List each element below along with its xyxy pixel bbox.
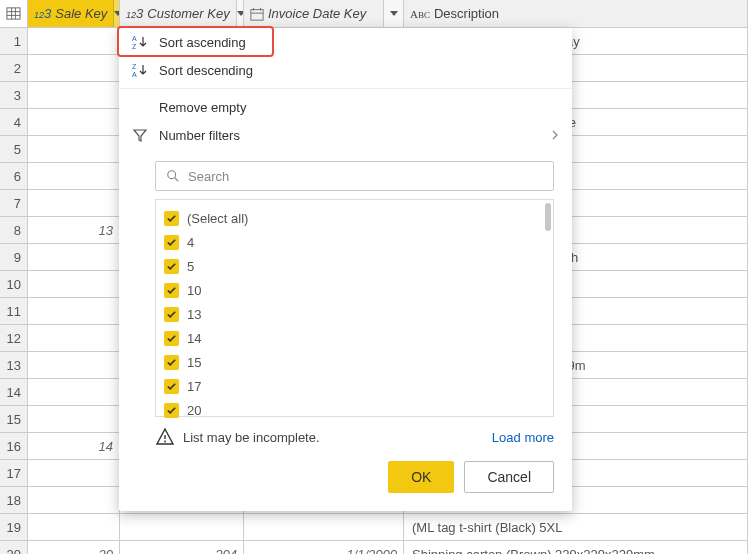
column-header-invoice-date[interactable]: Invoice Date Key — [244, 0, 404, 27]
filter-dropdown-sale[interactable] — [113, 0, 120, 27]
cell-sale[interactable] — [28, 352, 120, 378]
svg-text:Z: Z — [132, 43, 137, 50]
cell-sale[interactable] — [28, 163, 120, 189]
cell-sale[interactable] — [28, 460, 120, 486]
checkbox-icon[interactable] — [164, 379, 179, 394]
sort-descending-item[interactable]: ZA Sort descending — [119, 56, 572, 84]
row-number: 11 — [0, 298, 28, 324]
filter-value-item[interactable]: 17 — [164, 374, 549, 398]
checkbox-icon[interactable] — [164, 331, 179, 346]
filter-menu: AZ Sort ascending ZA Sort descending Rem… — [119, 28, 572, 511]
header-row: 123Sale Key 123Customer Key Invoice Date… — [0, 0, 748, 28]
filter-value-item[interactable]: 4 — [164, 230, 549, 254]
cell-sale[interactable] — [28, 82, 120, 108]
sort-ascending-item[interactable]: AZ Sort ascending — [119, 28, 572, 56]
svg-point-16 — [164, 441, 166, 443]
row-number: 14 — [0, 379, 28, 405]
row-number: 20 — [0, 541, 28, 554]
warning-icon — [155, 427, 175, 447]
load-more-link[interactable]: Load more — [492, 430, 554, 445]
checkbox-icon[interactable] — [164, 403, 179, 418]
cell-invoice-date[interactable]: 1/1/2000 — [244, 541, 404, 554]
filter-value-label: 4 — [187, 235, 194, 250]
remove-empty-item[interactable]: Remove empty — [119, 93, 572, 121]
row-number: 17 — [0, 460, 28, 486]
filter-value-item[interactable]: 5 — [164, 254, 549, 278]
cell-sale[interactable]: 13 — [28, 217, 120, 243]
menu-label: Sort ascending — [159, 35, 246, 50]
filter-value-label: 14 — [187, 331, 201, 346]
filter-value-label: 10 — [187, 283, 201, 298]
column-header-customer-key[interactable]: 123Customer Key — [120, 0, 244, 27]
cell-sale[interactable]: 20 — [28, 541, 120, 554]
cell-sale[interactable] — [28, 271, 120, 297]
menu-label: Remove empty — [159, 100, 246, 115]
filter-value-item[interactable]: 10 — [164, 278, 549, 302]
cell-sale[interactable] — [28, 406, 120, 432]
row-number: 10 — [0, 271, 28, 297]
filter-values-list: (Select all) 45101314151720 — [155, 199, 554, 417]
search-input-wrapper[interactable] — [155, 161, 554, 191]
row-number: 4 — [0, 109, 28, 135]
checkbox-icon[interactable] — [164, 259, 179, 274]
funnel-icon — [131, 127, 149, 143]
row-number: 6 — [0, 163, 28, 189]
cell-description[interactable]: (ML tag t-shirt (Black) 5XL — [404, 514, 748, 540]
incomplete-message: List may be incomplete. — [183, 430, 320, 445]
svg-rect-5 — [251, 9, 263, 20]
header-label: Customer Key — [147, 6, 229, 21]
table-row[interactable]: 19(ML tag t-shirt (Black) 5XL — [0, 514, 748, 541]
filter-dropdown-invoice[interactable] — [383, 0, 403, 27]
row-number: 1 — [0, 28, 28, 54]
select-all-item[interactable]: (Select all) — [164, 206, 549, 230]
cell-sale[interactable] — [28, 514, 120, 540]
filter-value-label: 20 — [187, 403, 201, 418]
cell-description[interactable]: Shipping carton (Brown) 229x229x229mm — [404, 541, 748, 554]
cell-sale[interactable] — [28, 28, 120, 54]
column-header-description[interactable]: ABCDescription — [404, 0, 748, 27]
table-corner-icon[interactable] — [0, 0, 28, 27]
filter-dropdown-customer[interactable] — [236, 0, 244, 27]
number-filters-item[interactable]: Number filters — [119, 121, 572, 149]
cell-sale[interactable] — [28, 55, 120, 81]
sort-desc-icon: ZA — [131, 62, 149, 78]
cell-sale[interactable] — [28, 190, 120, 216]
cell-sale[interactable] — [28, 487, 120, 513]
header-label: Invoice Date Key — [268, 6, 366, 21]
ok-button[interactable]: OK — [388, 461, 454, 493]
row-number: 5 — [0, 136, 28, 162]
cell-sale[interactable] — [28, 136, 120, 162]
filter-value-label: 13 — [187, 307, 201, 322]
svg-text:Z: Z — [132, 63, 137, 70]
cancel-button[interactable]: Cancel — [464, 461, 554, 493]
table-row[interactable]: 20203041/1/2000Shipping carton (Brown) 2… — [0, 541, 748, 554]
checkbox-icon[interactable] — [164, 307, 179, 322]
svg-line-14 — [175, 178, 179, 182]
scrollbar-thumb[interactable] — [545, 203, 551, 231]
cell-sale[interactable] — [28, 379, 120, 405]
header-label: Description — [434, 6, 499, 21]
checkbox-icon[interactable] — [164, 235, 179, 250]
row-number: 13 — [0, 352, 28, 378]
cell-customer[interactable] — [120, 514, 244, 540]
column-header-sale-key[interactable]: 123Sale Key — [28, 0, 120, 27]
cell-sale[interactable] — [28, 325, 120, 351]
checkbox-icon[interactable] — [164, 355, 179, 370]
checkbox-icon[interactable] — [164, 283, 179, 298]
filter-value-item[interactable]: 20 — [164, 398, 549, 422]
cell-customer[interactable]: 304 — [120, 541, 244, 554]
menu-label: Number filters — [159, 128, 240, 143]
filter-value-label: 15 — [187, 355, 201, 370]
filter-value-item[interactable]: 15 — [164, 350, 549, 374]
cell-sale[interactable] — [28, 109, 120, 135]
cell-sale[interactable] — [28, 244, 120, 270]
filter-value-label: 17 — [187, 379, 201, 394]
checkbox-icon[interactable] — [164, 211, 179, 226]
cell-sale[interactable] — [28, 298, 120, 324]
row-number: 12 — [0, 325, 28, 351]
cell-sale[interactable]: 14 — [28, 433, 120, 459]
filter-value-item[interactable]: 13 — [164, 302, 549, 326]
filter-value-item[interactable]: 14 — [164, 326, 549, 350]
search-input[interactable] — [188, 169, 543, 184]
cell-invoice-date[interactable] — [244, 514, 404, 540]
